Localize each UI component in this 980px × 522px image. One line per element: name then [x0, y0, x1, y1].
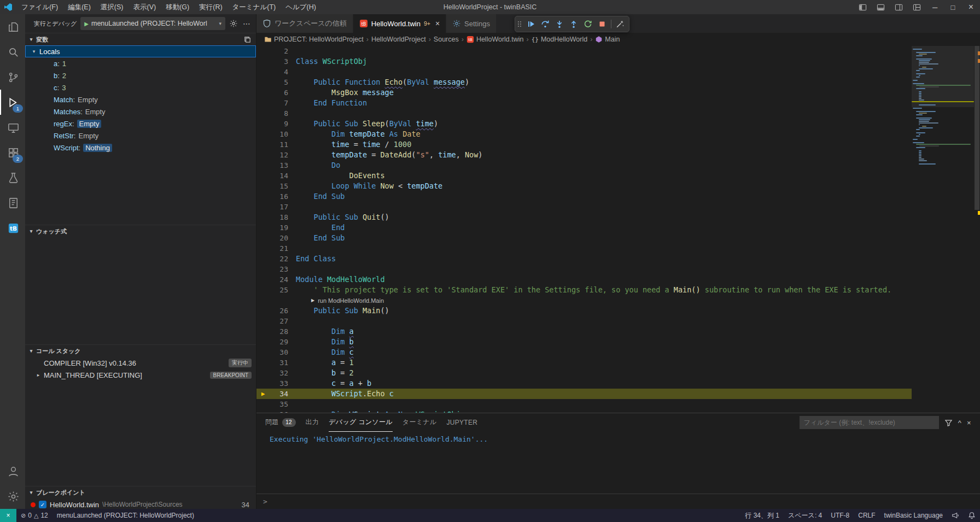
extensions-icon[interactable]: 2 [0, 140, 25, 165]
source-control-icon[interactable] [0, 64, 25, 90]
line-number[interactable]: 16 [270, 191, 288, 202]
variable-row[interactable]: WScript:Nothing [25, 142, 256, 154]
line-number[interactable]: 7 [270, 98, 288, 108]
restore-icon[interactable]: □ [944, 0, 962, 14]
chevron-down-icon[interactable]: ▾ [27, 228, 35, 234]
menu-item-5[interactable]: 実行(R) [194, 0, 227, 14]
panel-tab-2[interactable]: デバッグ コンソール [329, 413, 393, 432]
line-number[interactable]: 15 [270, 181, 288, 191]
breadcrumb-item[interactable]: Main [595, 36, 620, 43]
menu-item-6[interactable]: ターミナル(T) [228, 0, 281, 14]
line-number[interactable]: 20 [270, 233, 288, 243]
breadcrumb-item[interactable]: tBHelloWorld.twin [466, 36, 524, 43]
hot-reload-icon[interactable] [613, 17, 627, 31]
line-number[interactable]: 31 [270, 357, 288, 368]
code-line-25[interactable]: 25 ' This project type is set to 'Standa… [256, 285, 912, 295]
gutter-glyph[interactable] [256, 409, 270, 413]
filter-icon[interactable] [944, 419, 953, 427]
gutter-glyph[interactable] [256, 150, 270, 160]
line-number[interactable]: 25 [270, 285, 288, 295]
step-out-icon[interactable] [567, 17, 581, 31]
code-line-2[interactable]: 2 [256, 46, 912, 56]
gutter-glyph[interactable] [256, 160, 270, 171]
chevron-down-icon[interactable]: ▾ [27, 348, 35, 354]
customize-layout-icon[interactable] [908, 0, 926, 14]
close-icon[interactable]: × [962, 0, 980, 14]
code-line-14[interactable]: 14 DoEvents [256, 171, 912, 181]
gutter-glyph[interactable] [256, 399, 270, 409]
line-number[interactable]: 23 [270, 264, 288, 274]
codelens[interactable]: ▶run ModHelloWorld.Main [256, 295, 912, 306]
gutter-glyph[interactable] [256, 326, 270, 337]
encoding-indicator[interactable]: UTF-8 [826, 509, 854, 522]
gutter-glyph[interactable] [256, 87, 270, 98]
debug-settings-gear-icon[interactable] [229, 19, 238, 28]
editor-scrollbar[interactable] [974, 46, 980, 413]
menu-item-7[interactable]: ヘルプ(H) [281, 0, 321, 14]
line-number[interactable]: 35 [270, 399, 288, 409]
breakpoints-section-header[interactable]: ▾ ブレークポイント [25, 486, 256, 498]
gutter-glyph[interactable] [256, 316, 270, 326]
gutter-glyph[interactable] [256, 274, 270, 285]
line-number[interactable]: 24 [270, 274, 288, 285]
step-over-icon[interactable] [538, 17, 552, 31]
code-line-33[interactable]: 33 c = a + b [256, 378, 912, 389]
start-debug-icon[interactable]: ▶ [84, 21, 89, 27]
code-line-5[interactable]: 5 Public Function Echo(ByVal message) [256, 77, 912, 87]
remote-indicator[interactable]: × [0, 509, 16, 522]
code-line-3[interactable]: 3Class WScriptObj [256, 56, 912, 67]
code-editor[interactable]: 23Class WScriptObj45 Public Function Ech… [256, 46, 980, 413]
stop-icon[interactable] [595, 17, 609, 31]
variable-row[interactable]: RetStr:Empty [25, 130, 256, 142]
gutter-glyph[interactable] [256, 233, 270, 243]
code-line-9[interactable]: 9 Public Sub Sleep(ByVal time) [256, 119, 912, 129]
line-number[interactable]: 29 [270, 337, 288, 347]
gutter-glyph[interactable] [256, 77, 270, 87]
gutter-glyph[interactable] [256, 171, 270, 181]
variables-section-header[interactable]: ▾ 変数 [25, 33, 256, 45]
call-stack-section-header[interactable]: ▾ コール スタック [25, 345, 256, 357]
gutter-glyph[interactable] [256, 108, 270, 119]
drag-handle-icon[interactable] [517, 20, 524, 28]
code-line-28[interactable]: 28 Dim a [256, 326, 912, 337]
gutter-glyph[interactable] [256, 212, 270, 222]
line-number[interactable]: 28 [270, 326, 288, 337]
code-line-35[interactable]: 35 [256, 399, 912, 409]
variables-scope-row[interactable]: ▾Locals [25, 45, 256, 57]
gutter-glyph[interactable] [256, 254, 270, 264]
gutter-glyph[interactable] [256, 264, 270, 274]
variable-row[interactable]: regEx:Empty [25, 118, 256, 130]
debug-current-line-arrow-icon[interactable]: ▶ [256, 389, 270, 399]
gutter-glyph[interactable] [256, 306, 270, 316]
copy-icon[interactable] [243, 36, 252, 44]
code-line-17[interactable]: 17 [256, 202, 912, 212]
line-number[interactable]: 9 [270, 119, 288, 129]
gutter-glyph[interactable] [256, 56, 270, 67]
search-icon[interactable] [0, 39, 25, 64]
panel-tab-3[interactable]: ターミナル [402, 413, 437, 432]
gutter-glyph[interactable] [256, 347, 270, 357]
variable-row[interactable]: a:1 [25, 57, 256, 69]
gutter-glyph[interactable] [256, 337, 270, 347]
toggle-sidebar-icon[interactable] [854, 0, 872, 14]
code-line-6[interactable]: 6 MsgBox message [256, 87, 912, 98]
debug-toolbar[interactable] [515, 16, 629, 32]
gutter-glyph[interactable] [256, 139, 270, 150]
code-line-32[interactable]: 32 b = 2 [256, 368, 912, 378]
chevron-down-icon[interactable]: ▾ [27, 37, 35, 42]
line-number[interactable]: 5 [270, 77, 288, 87]
restart-icon[interactable] [581, 17, 595, 31]
scrollbar-thumb[interactable] [975, 46, 979, 210]
line-number[interactable]: 21 [270, 243, 288, 254]
line-number[interactable]: 19 [270, 222, 288, 233]
breakpoint-row[interactable]: ✓HelloWorld.twin\HelloWorldProject\Sourc… [25, 498, 256, 509]
chevron-down-icon[interactable]: ▾ [27, 490, 35, 495]
more-actions-icon[interactable]: ⋯ [242, 19, 252, 28]
code-line-19[interactable]: 19 End [256, 222, 912, 233]
panel-tab-0[interactable]: 問題12 [265, 413, 296, 432]
code-line-23[interactable]: 23 [256, 264, 912, 274]
line-number[interactable]: 18 [270, 212, 288, 222]
gutter-glyph[interactable] [256, 368, 270, 378]
run-and-debug-icon[interactable]: 1 [0, 90, 25, 115]
code-line-8[interactable]: 8 [256, 108, 912, 119]
